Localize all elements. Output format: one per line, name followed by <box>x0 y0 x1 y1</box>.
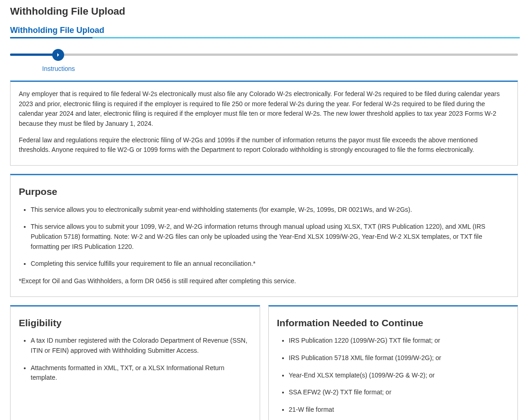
wizard-title-underline <box>10 37 520 38</box>
list-item: IRS Publication 5718 XML file format (10… <box>289 353 510 363</box>
progress-stepper: Instructions <box>10 51 518 74</box>
list-item: SSA EFW2 (W-2) TXT file format; or <box>289 388 510 398</box>
wizard-title: Withholding File Upload <box>10 26 520 41</box>
list-item: A tax ID number registered with the Colo… <box>31 336 251 355</box>
chevron-right-icon <box>55 52 61 58</box>
intro-paragraph-1: Any employer that is required to file fe… <box>19 89 509 129</box>
wizard-title-text: Withholding File Upload <box>10 26 104 35</box>
eligibility-list: A tax ID number registered with the Colo… <box>19 336 251 383</box>
purpose-list: This service allows you to electronicall… <box>19 205 509 269</box>
stepper-label-instructions[interactable]: Instructions <box>42 65 75 72</box>
list-item: This service allows you to electronicall… <box>31 205 509 215</box>
list-item: 21-W file format <box>289 405 510 415</box>
list-item: Attachments formatted in XML, TXT, or a … <box>31 363 251 383</box>
page-title: Withholding File Upload <box>10 5 520 17</box>
eligibility-heading: Eligibility <box>19 316 251 331</box>
stepper-fill <box>10 54 56 56</box>
purpose-heading: Purpose <box>19 184 509 199</box>
eligibility-panel: Eligibility A tax ID number registered w… <box>10 305 260 420</box>
list-item: Completing this service fulfills your re… <box>31 259 509 269</box>
stepper-node-current[interactable] <box>52 49 64 61</box>
purpose-panel: Purpose This service allows you to elect… <box>10 174 518 297</box>
info-needed-heading: Information Needed to Continue <box>277 316 510 331</box>
purpose-footnote: *Except for Oil and Gas Withholders, a f… <box>19 276 509 286</box>
list-item: Year-End XLSX template(s) (1099/W-2G & W… <box>289 371 510 381</box>
list-item: This service allows you to submit your 1… <box>31 222 509 252</box>
info-needed-panel: Information Needed to Continue IRS Publi… <box>268 305 518 420</box>
info-needed-list: IRS Publication 1220 (1099/W-2G) TXT fil… <box>277 336 510 415</box>
stepper-track <box>10 54 518 56</box>
list-item: IRS Publication 1220 (1099/W-2G) TXT fil… <box>289 336 510 346</box>
intro-paragraph-2: Federal law and regulations require the … <box>19 135 509 155</box>
intro-panel: Any employer that is required to file fe… <box>10 81 518 166</box>
